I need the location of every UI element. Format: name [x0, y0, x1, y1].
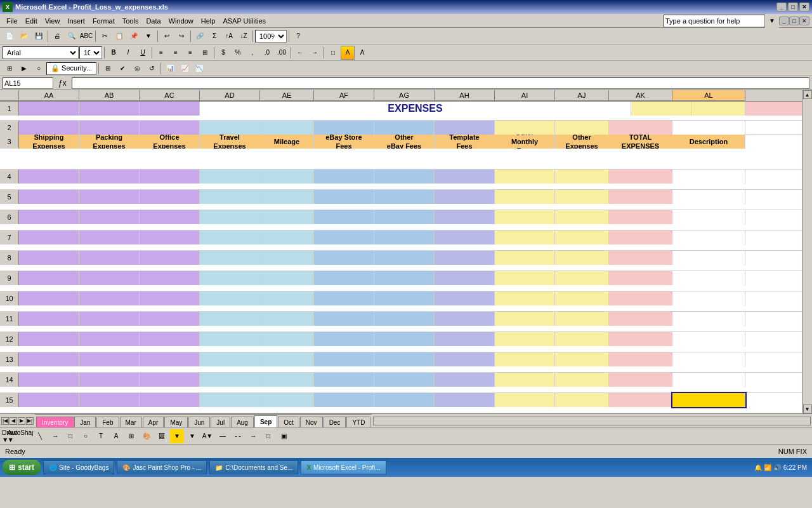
extra-btn1[interactable]: ⊞ — [3, 62, 16, 76]
cell-AE7[interactable] — [260, 231, 314, 244]
header-template[interactable]: TemplateFees — [435, 135, 495, 149]
cell-AC5[interactable] — [140, 190, 200, 204]
sheet-first-btn[interactable]: |◀ — [1, 417, 9, 425]
cell-AI9[interactable] — [495, 271, 555, 285]
cell-AA9[interactable] — [19, 271, 79, 285]
cell-AI14[interactable] — [495, 373, 555, 387]
cell-AL13[interactable] — [672, 352, 745, 366]
cell-AE13[interactable] — [260, 352, 314, 366]
cell-AG9[interactable] — [374, 271, 435, 285]
cell-AA10[interactable] — [19, 291, 79, 305]
cell-AE2[interactable] — [260, 121, 314, 135]
zoom-select[interactable]: 100% — [255, 30, 287, 43]
cell-AL6[interactable] — [672, 210, 745, 224]
taskbar-item-excel[interactable]: X Microsoft Excel - Profi... — [301, 460, 386, 474]
sort-asc-btn[interactable]: ↑A — [222, 29, 236, 43]
cell-AA7[interactable] — [19, 231, 79, 244]
tb-e7[interactable]: 📈 — [178, 62, 192, 76]
cell-AH14[interactable] — [435, 373, 495, 387]
line-btn[interactable]: ╲ — [33, 429, 47, 443]
dash-style-btn[interactable]: - - — [231, 429, 245, 443]
border-btn[interactable]: □ — [326, 46, 340, 60]
cell-AG8[interactable] — [374, 251, 435, 265]
preview-btn[interactable]: 🔍 — [65, 29, 79, 43]
cell-AH5[interactable] — [435, 190, 495, 204]
cell-AC7[interactable] — [140, 231, 200, 244]
cell-AL10[interactable] — [672, 291, 745, 305]
menu-insert[interactable]: Insert — [63, 16, 89, 26]
start-button[interactable]: ⊞ start — [3, 460, 41, 475]
horizontal-scrollbar[interactable] — [373, 417, 811, 425]
cell-AE11[interactable] — [260, 312, 314, 326]
cell-AJ7[interactable] — [555, 231, 609, 244]
cell-AL7[interactable] — [672, 231, 745, 244]
cell-AD11[interactable] — [200, 312, 260, 326]
merge-btn[interactable]: ⊞ — [198, 46, 212, 60]
cell-AA2[interactable] — [19, 121, 79, 135]
sheet-tab-apr[interactable]: Apr — [143, 417, 164, 427]
cell-AJ14[interactable] — [555, 373, 609, 387]
cell-AH13[interactable] — [435, 352, 495, 366]
cell-AE15[interactable] — [260, 393, 314, 407]
cell-AH15[interactable] — [435, 393, 495, 407]
dec-dec-btn[interactable]: .00 — [275, 46, 289, 60]
cell-AI1[interactable] — [631, 102, 691, 116]
cell-AJ6[interactable] — [555, 210, 609, 224]
cell-AD5[interactable] — [200, 190, 260, 204]
cell-AD12[interactable] — [200, 332, 260, 346]
cell-AF13[interactable] — [314, 352, 374, 366]
cell-AE9[interactable] — [260, 271, 314, 285]
italic-btn[interactable]: I — [121, 46, 135, 60]
col-AJ[interactable]: AJ — [555, 90, 609, 101]
cell-AD2[interactable] — [200, 121, 260, 135]
cell-AK7[interactable] — [609, 231, 672, 244]
col-AC[interactable]: AC — [140, 90, 200, 101]
percent-btn[interactable]: % — [231, 46, 245, 60]
cell-AI12[interactable] — [495, 332, 555, 346]
redo-btn[interactable]: ↪ — [174, 29, 188, 43]
clipart-btn[interactable]: 🎨 — [140, 429, 154, 443]
currency-btn[interactable]: $ — [216, 46, 230, 60]
menu-file[interactable]: File — [3, 16, 22, 26]
sheet-next-btn[interactable]: ▶ — [18, 417, 25, 425]
cell-AD9[interactable] — [200, 271, 260, 285]
cell-AI8[interactable] — [495, 251, 555, 265]
cell-AA11[interactable] — [19, 312, 79, 326]
sheet-tab-jun[interactable]: Jun — [188, 417, 210, 427]
undo-btn[interactable]: ↩ — [160, 29, 174, 43]
cell-AL11[interactable] — [672, 312, 745, 326]
cell-AH2[interactable] — [435, 121, 495, 135]
cell-AD15[interactable] — [200, 393, 260, 407]
taskbar-item-goodybags[interactable]: 🌐 Site - GoodyBags — [43, 460, 114, 474]
col-AE[interactable]: AE — [260, 90, 314, 101]
cell-AK8[interactable] — [609, 251, 672, 265]
paste-btn[interactable]: 📌 — [127, 29, 141, 43]
cell-AB11[interactable] — [79, 312, 140, 326]
cut-btn[interactable]: ✂ — [98, 29, 112, 43]
cell-AK1[interactable] — [745, 102, 802, 116]
sheet-tab-nov[interactable]: Nov — [300, 417, 323, 427]
autosum-btn[interactable]: Σ — [207, 29, 221, 43]
cell-AB5[interactable] — [79, 190, 140, 204]
cell-AD14[interactable] — [200, 373, 260, 387]
help-search[interactable] — [664, 15, 765, 27]
header-description[interactable]: Description — [672, 135, 745, 149]
cell-AJ9[interactable] — [555, 271, 609, 285]
rect-btn[interactable]: □ — [63, 429, 77, 443]
cell-AB2[interactable] — [79, 121, 140, 135]
sheet-tab-aug[interactable]: Aug — [231, 417, 254, 427]
cell-AE14[interactable] — [260, 373, 314, 387]
picture-btn[interactable]: 🖼 — [155, 429, 169, 443]
cell-AH7[interactable] — [435, 231, 495, 244]
sheet-last-btn[interactable]: ▶| — [26, 417, 34, 425]
3d-btn[interactable]: ▣ — [277, 429, 291, 443]
cell-AC14[interactable] — [140, 373, 200, 387]
diagram-btn[interactable]: ⊞ — [124, 429, 138, 443]
header-total[interactable]: TOTALEXPENSES — [609, 135, 672, 149]
cell-AG13[interactable] — [374, 352, 435, 366]
cell-AL15[interactable] — [672, 393, 745, 407]
cell-AL12[interactable] — [672, 332, 745, 346]
copy-btn[interactable]: 📋 — [112, 29, 126, 43]
save-btn[interactable]: 💾 — [32, 29, 46, 43]
dec-inc-btn[interactable]: .0 — [260, 46, 274, 60]
